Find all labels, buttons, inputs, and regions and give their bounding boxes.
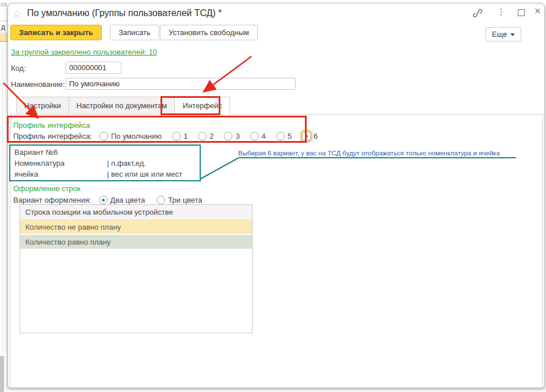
variant-row-value: | п,факт,ед. xyxy=(107,158,146,169)
row-style-table: Строка позиции на мобильном устройстве К… xyxy=(20,204,253,333)
radio-icon xyxy=(100,132,108,140)
rows-section-title: Оформление строк xyxy=(13,184,81,193)
radio-icon xyxy=(198,132,207,140)
table-row[interactable]: Количество не равно плану xyxy=(20,220,252,235)
table-header: Строка позиции на мобильном устройстве xyxy=(20,205,252,220)
radio-profile-2[interactable]: 2 xyxy=(198,132,213,140)
radio-icon-selected xyxy=(99,196,108,204)
dialog-window: ☆ По умолчанию (Группы пользователей ТСД… xyxy=(7,3,545,387)
radio-label: Три цвета xyxy=(168,196,202,204)
radio-icon-selected xyxy=(302,132,311,140)
row-style-radio-group: Вариант оформления: Два цвета Три цвета xyxy=(13,194,202,205)
variant-row-name: ячейка xyxy=(14,169,107,180)
radio-label: 2 xyxy=(209,132,213,140)
variant-row-value: | вес или шк или мест xyxy=(107,169,182,180)
background-yellow-strip xyxy=(0,34,8,42)
radio-profile-1[interactable]: 1 xyxy=(172,132,188,140)
background-cell-fragment: д xyxy=(0,21,8,33)
background-divider xyxy=(2,46,3,354)
radio-label: Два цвета xyxy=(110,196,145,204)
radio-label: 5 xyxy=(288,132,292,140)
name-label: Наименование: xyxy=(11,80,65,89)
save-and-close-button[interactable]: Записать и закрыть xyxy=(10,25,102,40)
radio-icon xyxy=(156,196,165,204)
name-input[interactable] xyxy=(66,78,296,90)
radio-label: 1 xyxy=(184,132,188,140)
maximize-icon[interactable] xyxy=(518,9,525,16)
save-button[interactable]: Записать xyxy=(110,25,159,40)
set-free-button[interactable]: Установить свободным xyxy=(160,25,258,40)
favorite-star-icon[interactable]: ☆ xyxy=(13,8,21,20)
variant-title: Вариант №6 xyxy=(14,147,200,158)
close-icon[interactable]: × xyxy=(534,5,541,17)
code-input[interactable] xyxy=(66,62,121,74)
dropdown-arrow-icon xyxy=(510,33,515,36)
window-title: По умолчанию (Группы пользователей ТСД) … xyxy=(27,8,222,18)
more-button[interactable]: Еще xyxy=(486,27,521,41)
group-users-link[interactable]: За группой закреплено пользователей: 10 xyxy=(11,48,157,56)
radio-icon xyxy=(250,132,259,140)
tab-settings[interactable]: Настройки xyxy=(16,97,69,114)
radio-icon xyxy=(276,132,285,140)
more-menu-icon[interactable]: ⋮ xyxy=(497,6,506,17)
profile-group-label: Профиль интерфейса: xyxy=(13,132,92,140)
radio-label: 4 xyxy=(262,132,266,140)
code-label: Код: xyxy=(11,64,26,73)
variant-preview-box: Вариант №6 Номенклатура | п,факт,ед. яче… xyxy=(9,144,201,181)
background-text-fragment: оз xyxy=(1,1,7,7)
rows-group-label: Вариант оформления: xyxy=(13,196,91,204)
profile-section-title: Профиль интерфейса xyxy=(13,121,90,130)
background-scrollbar-strip xyxy=(0,356,4,392)
radio-profile-5[interactable]: 5 xyxy=(276,132,292,140)
radio-profile-default[interactable]: По умолчанию xyxy=(100,132,162,140)
tab-interface[interactable]: Интерфейс xyxy=(174,97,230,115)
radio-label: По умолчанию xyxy=(111,132,162,140)
variant-row-name: Номенклатура xyxy=(14,158,107,169)
radio-profile-4[interactable]: 4 xyxy=(250,132,266,140)
tab-document-settings[interactable]: Настройки по документам xyxy=(68,97,175,114)
radio-icon xyxy=(172,132,181,140)
radio-label: 3 xyxy=(235,132,239,140)
radio-profile-3[interactable]: 3 xyxy=(224,132,239,140)
radio-profile-6[interactable]: 6 xyxy=(302,132,318,140)
interface-profile-radio-group: Профиль интерфейса: По умолчанию 1 2 3 4… xyxy=(13,130,318,142)
more-button-label: Еще xyxy=(492,30,507,39)
table-row[interactable]: Количество равно плану xyxy=(20,235,252,250)
link-chain-icon[interactable] xyxy=(472,7,483,19)
radio-three-colors[interactable]: Три цвета xyxy=(156,196,202,204)
radio-two-colors[interactable]: Два цвета xyxy=(99,196,145,204)
radio-icon xyxy=(224,132,232,140)
tab-bar: Настройки Настройки по документам Интерф… xyxy=(16,97,230,115)
radio-label: 6 xyxy=(314,132,318,140)
